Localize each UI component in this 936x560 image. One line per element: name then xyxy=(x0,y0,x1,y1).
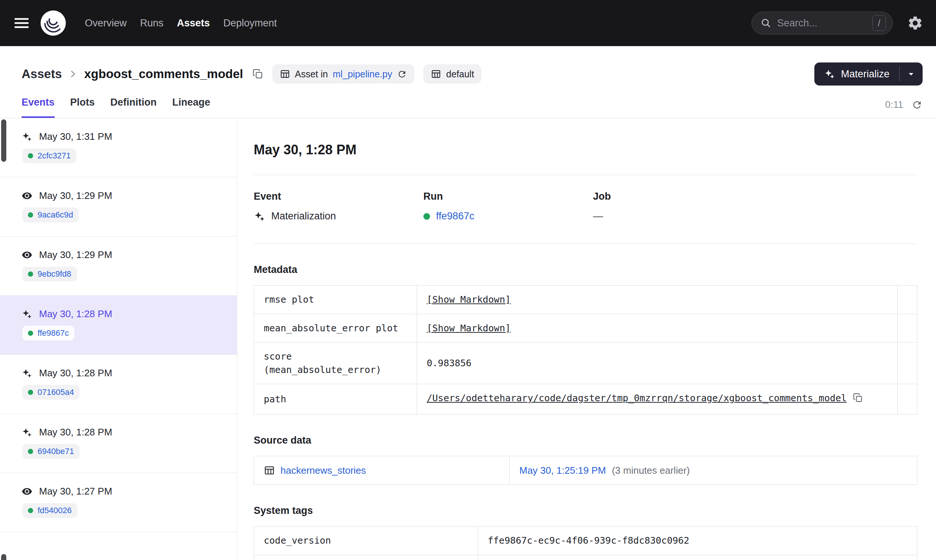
tab-plots[interactable]: Plots xyxy=(70,97,95,118)
job-label: Job xyxy=(593,191,918,202)
copy-path-icon[interactable] xyxy=(853,393,863,407)
nav-deployment[interactable]: Deployment xyxy=(223,17,277,29)
run-status-dot xyxy=(28,508,33,513)
metadata-heading: Metadata xyxy=(254,264,918,275)
nav-overview[interactable]: Overview xyxy=(85,17,127,29)
chevron-right-icon xyxy=(68,69,78,79)
primary-nav: Overview Runs Assets Deployment xyxy=(85,17,277,29)
sidebar-scrollbar-thumb[interactable] xyxy=(1,119,6,162)
breadcrumb-assets-link[interactable]: Assets xyxy=(22,67,62,81)
copy-asset-name-icon[interactable] xyxy=(252,68,263,80)
metadata-row: rmse plot [Show Markdown] xyxy=(254,286,918,314)
run-id-link[interactable]: 071605a4 xyxy=(38,388,74,397)
metadata-row: mean_absolute_error plot [Show Markdown] xyxy=(254,314,918,343)
materialization-icon xyxy=(254,211,265,222)
run-tag[interactable]: 6940be71 xyxy=(22,444,80,459)
run-tag[interactable]: 9aca6c9d xyxy=(22,208,79,222)
observation-icon xyxy=(22,486,32,497)
run-id-link[interactable]: ffe9867c xyxy=(38,328,69,338)
sidebar-event-item[interactable]: May 30, 1:31 PM 2cfc3271 xyxy=(0,118,237,177)
system-tag-row xyxy=(254,555,918,560)
materialize-dropdown-button[interactable] xyxy=(899,63,923,86)
materialization-icon xyxy=(22,427,32,438)
metadata-value-link[interactable]: [Show Markdown] xyxy=(427,294,511,305)
tab-events[interactable]: Events xyxy=(22,97,55,118)
run-tag[interactable]: ffe9867c xyxy=(22,326,74,341)
run-id-link[interactable]: 6940be71 xyxy=(38,446,74,456)
asset-header: Assets xgboost_comments_model Asset in m… xyxy=(0,46,936,86)
event-timestamp: May 30, 1:28 PM xyxy=(39,308,112,320)
dagster-logo-icon[interactable] xyxy=(39,9,67,37)
run-status-dot xyxy=(423,213,430,220)
event-timestamp: May 30, 1:27 PM xyxy=(39,486,112,497)
group-table-icon xyxy=(431,69,441,79)
observation-icon xyxy=(22,249,32,260)
source-asset-link[interactable]: hackernews_stories xyxy=(280,464,366,477)
search-box[interactable]: / xyxy=(751,12,893,35)
tab-lineage[interactable]: Lineage xyxy=(172,97,210,118)
nav-runs[interactable]: Runs xyxy=(140,17,164,29)
source-relative-time: (3 minutes earlier) xyxy=(612,464,690,477)
run-tag[interactable]: 9ebc9fd8 xyxy=(22,267,77,282)
materialize-button[interactable]: Materialize xyxy=(814,63,899,86)
sidebar-event-item[interactable]: May 30, 1:28 PM ffe9867c xyxy=(0,295,237,355)
run-id-link[interactable]: fd540026 xyxy=(38,506,72,515)
source-data-table: hackernews_stories May 30, 1:25:19 PM (3… xyxy=(254,456,918,485)
sidebar-scrollbar-end[interactable] xyxy=(1,554,6,560)
materialize-label: Materialize xyxy=(841,68,890,80)
metadata-value: [Show Markdown] xyxy=(417,286,898,314)
asset-table-icon xyxy=(280,69,290,79)
sidebar-event-item[interactable]: May 30, 1:27 PM fd540026 xyxy=(0,473,237,532)
event-run-job-row: Event Materialization Run ffe9867c Job — xyxy=(254,191,918,222)
metadata-value: 0.983856 xyxy=(417,343,898,384)
event-type-value: Materialization xyxy=(271,211,336,222)
pipeline-file-link[interactable]: ml_pipeline.py xyxy=(333,69,392,80)
event-timestamp: May 30, 1:28 PM xyxy=(39,368,112,379)
sidebar-event-item[interactable]: May 30, 1:29 PM 9ebc9fd8 xyxy=(0,237,237,295)
run-status-dot xyxy=(28,449,33,454)
run-id-link[interactable]: ffe9867c xyxy=(436,211,474,222)
source-timestamp-link[interactable]: May 30, 1:25:19 PM xyxy=(519,464,606,477)
observation-icon xyxy=(22,191,32,201)
search-icon xyxy=(760,17,772,29)
run-id-link[interactable]: 9aca6c9d xyxy=(38,210,73,220)
search-input[interactable] xyxy=(777,17,867,29)
run-tag[interactable]: 071605a4 xyxy=(22,385,80,400)
metadata-row: score (mean_absolute_error) 0.983856 xyxy=(254,343,918,384)
run-status-dot xyxy=(28,212,33,217)
run-tag[interactable]: fd540026 xyxy=(22,503,77,518)
metadata-value-link[interactable]: /Users/odetteharary/code/dagster/tmp_0mz… xyxy=(427,393,847,403)
reload-definition-icon[interactable] xyxy=(397,69,407,79)
job-column: Job — xyxy=(593,191,918,222)
sidebar-event-item[interactable]: May 30, 1:28 PM 071605a4 xyxy=(0,355,237,414)
metadata-extra-cell xyxy=(898,384,918,415)
breadcrumb: Assets xgboost_comments_model xyxy=(22,67,243,81)
run-status-dot xyxy=(28,271,33,277)
metadata-extra-cell xyxy=(898,343,918,384)
metadata-extra-cell xyxy=(898,286,918,314)
run-id-link[interactable]: 2cfc3271 xyxy=(38,151,71,161)
sidebar-event-item[interactable]: May 30, 1:28 PM 6940be71 xyxy=(0,414,237,473)
divider xyxy=(254,175,918,175)
metadata-table: rmse plot [Show Markdown] mean_absolute_… xyxy=(254,285,918,415)
asset-group-badge[interactable]: default xyxy=(423,64,481,84)
asset-in-label: Asset in xyxy=(295,69,328,80)
settings-gear-icon[interactable] xyxy=(907,15,923,31)
system-tag-row: code_version ffe9867c-ec9c-4f06-939c-f8d… xyxy=(254,526,918,555)
tab-definition[interactable]: Definition xyxy=(111,97,157,118)
refresh-icon[interactable] xyxy=(911,99,923,111)
run-id-link[interactable]: 9ebc9fd8 xyxy=(38,269,71,279)
event-column: Event Materialization xyxy=(254,191,423,222)
refresh-countdown: 0:11 xyxy=(885,99,903,111)
metadata-key: score (mean_absolute_error) xyxy=(254,343,417,384)
run-tag[interactable]: 2cfc3271 xyxy=(22,148,76,163)
metadata-value-link[interactable]: [Show Markdown] xyxy=(427,323,511,334)
materialization-icon xyxy=(22,131,32,142)
metadata-row: path /Users/odetteharary/code/dagster/tm… xyxy=(254,384,918,415)
materialization-icon xyxy=(22,368,32,378)
sidebar-event-item[interactable]: May 30, 1:29 PM 9aca6c9d xyxy=(0,177,237,237)
nav-assets[interactable]: Assets xyxy=(177,17,210,29)
run-label: Run xyxy=(423,191,593,202)
menu-icon[interactable] xyxy=(13,14,31,32)
system-tag-key: code_version xyxy=(254,526,478,555)
